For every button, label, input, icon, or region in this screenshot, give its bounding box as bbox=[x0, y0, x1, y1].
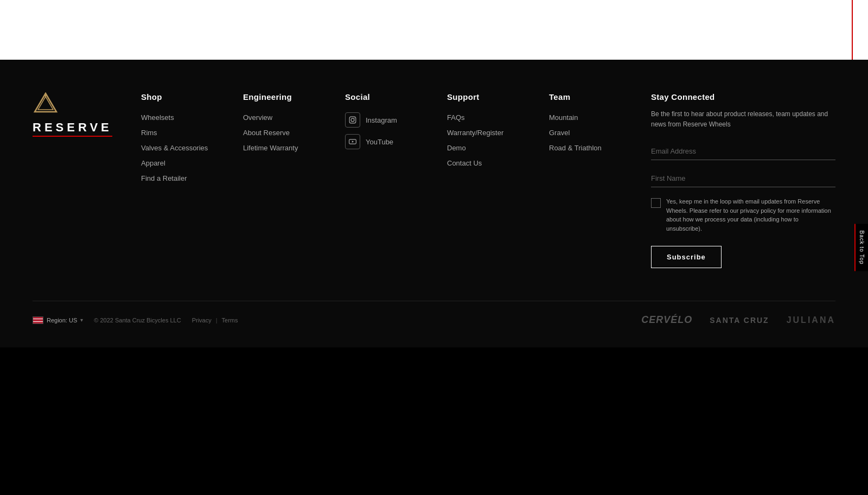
social-heading: Social bbox=[345, 92, 425, 101]
reserve-logo-text: RESERVE bbox=[33, 120, 112, 137]
firstname-input[interactable] bbox=[651, 170, 835, 187]
shop-wheelsets-link[interactable]: Wheelsets bbox=[141, 113, 174, 122]
footer: RESERVE Shop Wheelsets Rims Valves & Acc… bbox=[0, 60, 868, 347]
svg-point-3 bbox=[354, 118, 355, 118]
youtube-icon bbox=[345, 134, 360, 149]
list-item: Road & Triathlon bbox=[549, 143, 629, 153]
team-links: Mountain Gravel Road & Triathlon bbox=[549, 112, 629, 153]
list-item: About Reserve bbox=[243, 128, 323, 137]
youtube-label[interactable]: YouTube bbox=[366, 138, 393, 146]
footer-bottom-left: Region: US ▾ © 2022 Santa Cruz Bicycles … bbox=[33, 316, 238, 324]
region-label: Region: US bbox=[47, 317, 77, 323]
us-flag-icon bbox=[33, 316, 43, 324]
footer-col-social: Social Instagram Y bbox=[345, 92, 425, 268]
support-warranty-link[interactable]: Warranty/Register bbox=[447, 129, 503, 137]
engineering-links: Overview About Reserve Lifetime Warranty bbox=[243, 112, 323, 153]
list-item: FAQs bbox=[447, 112, 527, 122]
list-item: Mountain bbox=[549, 112, 629, 122]
footer-col-engineering: Engineering Overview About Reserve Lifet… bbox=[243, 92, 323, 268]
cervelo-logo: cervélo bbox=[641, 314, 692, 326]
svg-point-2 bbox=[351, 118, 354, 122]
list-item: Wheelsets bbox=[141, 112, 221, 122]
footer-col-team: Team Mountain Gravel Road & Triathlon bbox=[549, 92, 629, 268]
region-selector[interactable]: Region: US ▾ bbox=[33, 316, 83, 324]
support-links: FAQs Warranty/Register Demo Contact Us bbox=[447, 112, 527, 168]
juliana-logo: JULIANA bbox=[787, 315, 835, 325]
list-item: Find a Retailer bbox=[141, 173, 221, 183]
instagram-icon bbox=[345, 112, 360, 128]
shop-apparel-link[interactable]: Apparel bbox=[141, 159, 165, 167]
consent-label: Yes, keep me in the loop with email upda… bbox=[666, 197, 835, 233]
footer-bottom: Region: US ▾ © 2022 Santa Cruz Bicycles … bbox=[33, 301, 835, 326]
team-gravel-link[interactable]: Gravel bbox=[549, 129, 570, 137]
svg-rect-1 bbox=[349, 117, 356, 123]
support-demo-link[interactable]: Demo bbox=[447, 144, 466, 152]
link-separator: | bbox=[216, 317, 218, 323]
footer-main-grid: RESERVE Shop Wheelsets Rims Valves & Acc… bbox=[33, 92, 835, 268]
list-item: Valves & Accessories bbox=[141, 143, 221, 153]
engineering-warranty-link[interactable]: Lifetime Warranty bbox=[243, 144, 298, 152]
terms-link[interactable]: Terms bbox=[222, 317, 238, 323]
copyright-text: © 2022 Santa Cruz Bicycles LLC bbox=[94, 317, 181, 323]
footer-legal-links: Privacy | Terms bbox=[192, 317, 238, 323]
engineering-about-link[interactable]: About Reserve bbox=[243, 129, 290, 137]
shop-heading: Shop bbox=[141, 92, 221, 101]
consent-row: Yes, keep me in the loop with email upda… bbox=[651, 197, 835, 233]
team-heading: Team bbox=[549, 92, 629, 101]
list-item: Contact Us bbox=[447, 158, 527, 168]
list-item: Gravel bbox=[549, 128, 629, 137]
footer-col-support: Support FAQs Warranty/Register Demo Cont… bbox=[447, 92, 527, 268]
engineering-overview-link[interactable]: Overview bbox=[243, 113, 272, 122]
subscribe-button[interactable]: Subscribe bbox=[651, 246, 722, 268]
stay-connected-description: Be the first to hear about product relea… bbox=[651, 109, 835, 130]
list-item: Overview bbox=[243, 112, 323, 122]
shop-rims-link[interactable]: Rims bbox=[141, 129, 157, 137]
svg-marker-5 bbox=[352, 141, 354, 143]
footer-col-shop: Shop Wheelsets Rims Valves & Accessories… bbox=[141, 92, 221, 268]
team-road-link[interactable]: Road & Triathlon bbox=[549, 144, 602, 152]
team-mountain-link[interactable]: Mountain bbox=[549, 113, 578, 122]
consent-sub-text: Please refer to our privacy policy for m… bbox=[666, 207, 831, 232]
stay-connected-heading: Stay Connected bbox=[651, 92, 835, 101]
accent-line bbox=[852, 0, 853, 60]
privacy-link[interactable]: Privacy bbox=[192, 317, 212, 323]
list-item: Apparel bbox=[141, 158, 221, 168]
list-item: Demo bbox=[447, 143, 527, 153]
youtube-item[interactable]: YouTube bbox=[345, 134, 425, 149]
footer-logo-col: RESERVE bbox=[33, 92, 119, 268]
region-chevron-icon: ▾ bbox=[80, 317, 83, 323]
list-item: Lifetime Warranty bbox=[243, 143, 323, 153]
partner-logos: cervélo SANTA CRUZ JULIANA bbox=[641, 314, 835, 326]
support-faqs-link[interactable]: FAQs bbox=[447, 113, 465, 122]
back-to-top-button[interactable]: Back to Top bbox=[854, 224, 868, 271]
list-item: Rims bbox=[141, 128, 221, 137]
page-content-area bbox=[0, 0, 868, 60]
support-contact-link[interactable]: Contact Us bbox=[447, 159, 482, 167]
support-heading: Support bbox=[447, 92, 527, 101]
footer-col-stay-connected: Stay Connected Be the first to hear abou… bbox=[651, 92, 835, 268]
instagram-label[interactable]: Instagram bbox=[366, 116, 397, 124]
list-item: Warranty/Register bbox=[447, 128, 527, 137]
instagram-item[interactable]: Instagram bbox=[345, 112, 425, 128]
shop-links: Wheelsets Rims Valves & Accessories Appa… bbox=[141, 112, 221, 183]
email-input[interactable] bbox=[651, 143, 835, 160]
consent-checkbox[interactable] bbox=[651, 198, 661, 208]
reserve-logo-icon bbox=[33, 92, 59, 114]
shop-retailer-link[interactable]: Find a Retailer bbox=[141, 174, 187, 182]
santa-cruz-logo: SANTA CRUZ bbox=[710, 316, 769, 325]
engineering-heading: Engineering bbox=[243, 92, 323, 101]
shop-valves-link[interactable]: Valves & Accessories bbox=[141, 144, 208, 152]
